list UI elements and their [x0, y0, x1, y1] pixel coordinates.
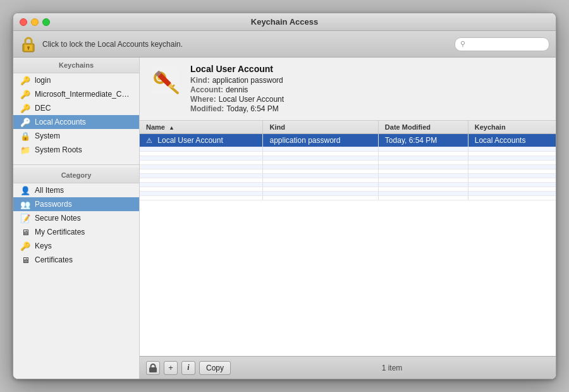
col-keychain-label: Keychain [475, 123, 506, 131]
system-icon: 🔒 [20, 132, 31, 141]
kind-label: Kind: [190, 76, 210, 85]
sidebar-label-microsoft: Microsoft_Intermediate_Certificates [35, 90, 133, 99]
right-panel: Local User Account Kind: application pas… [140, 58, 556, 379]
table-row[interactable]: ⚠ Local User Account application passwor… [140, 134, 556, 147]
sidebar-item-secure-notes[interactable]: 📝 Secure Notes [13, 211, 139, 225]
copy-button[interactable]: Copy [199, 361, 231, 375]
table-row-empty-12 [140, 196, 556, 200]
kind-row: Kind: application password [190, 76, 284, 85]
info-button[interactable]: i [181, 361, 195, 375]
table-row-empty-1 [140, 147, 556, 152]
add-button[interactable]: + [164, 361, 178, 375]
col-kind[interactable]: Kind [263, 121, 378, 134]
items-table: Name ▲ Kind Date Modified Keychain [140, 121, 556, 200]
dec-icon: 🔑 [20, 104, 31, 113]
col-name-label: Name [146, 123, 165, 131]
minimize-button[interactable] [31, 18, 39, 26]
cell-name: ⚠ Local User Account [140, 134, 263, 147]
col-kind-label: Kind [269, 123, 284, 131]
sidebar-item-system-roots[interactable]: 📁 System Roots [13, 143, 139, 157]
lock-area[interactable]: Click to lock the Local Accounts keychai… [20, 35, 183, 53]
sidebar-label-system: System [35, 132, 60, 140]
sidebar-label-system-roots: System Roots [35, 145, 82, 154]
passwords-icon: 👥 [20, 200, 31, 209]
window-title: Keychain Access [251, 17, 318, 27]
account-row: Account: dennis [190, 85, 284, 94]
item-icon [149, 64, 181, 97]
lock-toggle-button[interactable] [146, 361, 160, 375]
svg-rect-13 [149, 367, 157, 372]
my-certs-icon: 🖥 [20, 228, 31, 237]
copy-label: Copy [206, 364, 224, 372]
col-date[interactable]: Date Modified [378, 121, 468, 134]
sidebar-item-dec[interactable]: 🔑 DEC [13, 101, 139, 115]
sidebar-label-my-certs: My Certificates [35, 228, 85, 236]
login-icon: 🔑 [20, 76, 31, 85]
sidebar-item-microsoft[interactable]: 🔑 Microsoft_Intermediate_Certificates [13, 87, 139, 101]
lock-text: Click to lock the Local Accounts keychai… [42, 40, 183, 49]
sidebar-label-local-accounts: Local Accounts [35, 118, 86, 126]
lock-icon[interactable] [20, 35, 37, 53]
info-icon: i [187, 363, 189, 372]
sidebar-item-system[interactable]: 🔒 System [13, 129, 139, 143]
cell-keychain: Local Accounts [468, 134, 556, 147]
sidebar-item-local-accounts[interactable]: 🔑 Local Accounts [13, 115, 139, 129]
col-date-label: Date Modified [385, 123, 431, 131]
where-row: Where: Local User Account [190, 95, 284, 104]
sidebar-label-passwords: Passwords [35, 200, 72, 209]
close-button[interactable] [20, 18, 27, 26]
bottom-bar: + i Copy 1 item [140, 356, 556, 379]
certificates-icon: 🖥 [20, 255, 31, 265]
modified-value: Today, 6:54 PM [226, 104, 279, 113]
table-header-row: Name ▲ Kind Date Modified Keychain [140, 121, 556, 134]
sidebar-label-all-items: All Items [35, 186, 64, 195]
local-accounts-icon: 🔑 [20, 118, 31, 127]
table-row-empty-2 [140, 152, 556, 156]
sidebar-item-login[interactable]: 🔑 login [13, 73, 139, 87]
microsoft-icon: 🔑 [20, 90, 31, 99]
all-items-icon: 👤 [20, 186, 31, 195]
modified-row: Modified: Today, 6:54 PM [190, 104, 284, 113]
col-keychain[interactable]: Keychain [468, 121, 556, 134]
kind-value: application password [212, 76, 283, 85]
where-label: Where: [190, 95, 216, 104]
table-row-empty-3 [140, 156, 556, 161]
sidebar-divider [13, 164, 139, 165]
search-box[interactable]: ⚲ [455, 37, 549, 51]
search-input[interactable] [468, 40, 544, 49]
svg-rect-3 [28, 47, 29, 50]
toolbar: Click to lock the Local Accounts keychai… [13, 31, 556, 58]
row-icon: ⚠ [146, 137, 152, 144]
table-row-empty-6 [140, 169, 556, 174]
account-label: Account: [190, 85, 223, 94]
cell-date: Today, 6:54 PM [378, 134, 468, 147]
sidebar-item-my-certs[interactable]: 🖥 My Certificates [13, 225, 139, 239]
table-row-empty-10 [140, 187, 556, 192]
where-value: Local User Account [219, 95, 284, 104]
sidebar-label-keys: Keys [35, 242, 52, 250]
sidebar-label-dec: DEC [35, 104, 51, 113]
sidebar-item-keys[interactable]: 🔑 Keys [13, 239, 139, 253]
traffic-lights [20, 18, 50, 26]
sidebar-label-login: login [35, 76, 51, 85]
cell-kind: application password [263, 134, 378, 147]
table-container: Name ▲ Kind Date Modified Keychain [140, 121, 556, 356]
sidebar-label-secure-notes: Secure Notes [35, 214, 81, 223]
table-row-empty-5 [140, 165, 556, 169]
sidebar-item-passwords[interactable]: 👥 Passwords [13, 197, 139, 211]
item-name: Local User Account [190, 64, 284, 74]
sidebar-item-all-items[interactable]: 👤 All Items [13, 183, 139, 197]
modified-label: Modified: [190, 104, 224, 113]
maximize-button[interactable] [42, 18, 50, 26]
info-header: Local User Account Kind: application pas… [140, 58, 556, 121]
main-content: Keychains 🔑 login 🔑 Microsoft_Intermedia… [13, 58, 556, 379]
keychains-header: Keychains [13, 58, 139, 73]
main-window: Keychain Access Click to lock the Local … [13, 13, 556, 379]
title-bar: Keychain Access [13, 13, 556, 31]
sidebar-item-certificates[interactable]: 🖥 Certificates [13, 253, 139, 267]
sidebar-label-certificates: Certificates [35, 255, 73, 264]
add-icon: + [168, 363, 173, 372]
secure-notes-icon: 📝 [20, 214, 31, 223]
account-value: dennis [226, 85, 248, 94]
col-name[interactable]: Name ▲ [140, 121, 263, 134]
